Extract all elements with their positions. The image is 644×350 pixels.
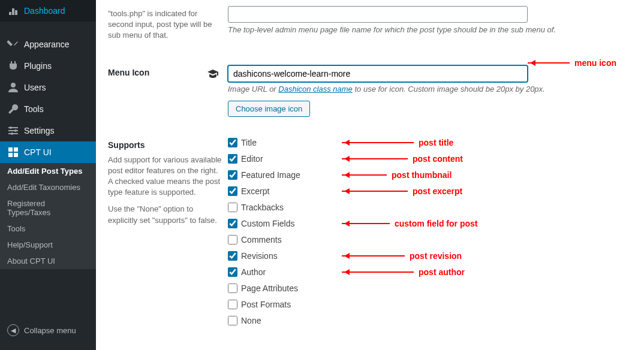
support-label: Excerpt — [241, 186, 269, 196]
sidebar-label: Users — [24, 83, 46, 92]
support-checkbox-author[interactable] — [228, 267, 237, 277]
dashboard-icon — [7, 5, 19, 17]
svg-point-4 — [10, 126, 12, 129]
support-label: Post Formats — [241, 300, 291, 309]
annotation-title: post title — [342, 138, 453, 147]
sidebar-item-dashboard[interactable]: Dashboard — [0, 0, 96, 22]
collapse-label: Collapse menu — [24, 326, 76, 335]
sidebar-item-tools[interactable]: Tools — [0, 98, 96, 120]
svg-point-6 — [11, 132, 13, 135]
sidebar-label: Appearance — [24, 40, 70, 49]
submenu-tools[interactable]: Tools — [0, 221, 96, 237]
annotation-revisions: post revision — [342, 251, 462, 261]
support-checkbox-page-attributes[interactable] — [228, 283, 237, 293]
support-checkbox-custom-fields[interactable] — [228, 219, 237, 228]
support-item-comments: Comments — [228, 235, 632, 245]
supports-desc-2: Use the "None" option to explicitly set … — [108, 204, 222, 225]
support-label: Editor — [241, 154, 263, 164]
main-content: "tools.php" is indicated for second inpu… — [96, 0, 644, 350]
cpt-ui-icon — [7, 146, 19, 158]
sidebar-item-settings[interactable]: Settings — [0, 120, 96, 141]
cpt-ui-submenu: Add/Edit Post Types Add/Edit Taxonomies … — [0, 163, 96, 269]
sidebar-label: Dashboard — [24, 6, 65, 16]
support-label: None — [241, 316, 261, 325]
choose-image-icon-button[interactable]: Choose image icon — [228, 101, 310, 117]
parent-menu-help: The top-level admin menu page file name … — [228, 25, 632, 34]
support-label: Custom Fields — [241, 219, 294, 228]
svg-point-5 — [14, 129, 17, 132]
sidebar-label: CPT UI — [24, 147, 52, 157]
support-item-featured-image: Featured Imagepost thumbnail — [228, 170, 632, 180]
parent-menu-desc: "tools.php" is indicated for second inpu… — [108, 9, 212, 40]
support-checkbox-title[interactable] — [228, 138, 237, 147]
admin-sidebar: Dashboard Appearance Plugins Users Tools… — [0, 0, 96, 350]
submenu-add-edit-taxonomies[interactable]: Add/Edit Taxonomies — [0, 179, 96, 195]
supports-label: Supports — [108, 140, 222, 150]
annotation-author: post author — [342, 267, 465, 277]
sidebar-item-cpt-ui[interactable]: CPT UI — [0, 141, 96, 163]
support-label: Featured Image — [241, 170, 300, 180]
svg-rect-8 — [14, 147, 18, 152]
support-label: Comments — [241, 235, 282, 245]
appearance-icon — [7, 38, 19, 50]
row-supports: Supports Add support for various availab… — [108, 132, 632, 338]
svg-rect-10 — [14, 153, 18, 157]
support-item-editor: Editorpost content — [228, 154, 632, 164]
support-item-custom-fields: Custom Fieldscustom field for post — [228, 219, 632, 228]
settings-icon — [7, 125, 19, 137]
support-label: Page Attributes — [241, 283, 298, 293]
support-item-title: Titlepost title — [228, 138, 632, 147]
support-checkbox-none[interactable] — [228, 316, 237, 325]
sidebar-item-appearance[interactable]: Appearance — [0, 34, 96, 55]
graduation-cap-icon — [207, 68, 219, 80]
collapse-menu[interactable]: ◀ Collapse menu — [0, 319, 96, 341]
tools-icon — [7, 103, 19, 115]
support-label: Trackbacks — [241, 203, 284, 212]
support-label: Revisions — [241, 251, 278, 261]
support-item-trackbacks: Trackbacks — [228, 203, 632, 212]
dashicon-link[interactable]: Dashicon class name — [278, 85, 353, 93]
support-checkbox-revisions[interactable] — [228, 251, 237, 261]
row-parent-menu: "tools.php" is indicated for second inpu… — [108, 0, 632, 47]
support-checkbox-editor[interactable] — [228, 154, 237, 164]
support-label: Title — [241, 138, 257, 147]
supports-list: Titlepost titleEditorpost contentFeature… — [228, 138, 632, 325]
annotation-excerpt: post excerpt — [342, 186, 462, 196]
row-menu-icon: Menu Icon Image URL or Dashicon class na… — [108, 59, 632, 123]
submenu-about-cpt-ui[interactable]: About CPT UI — [0, 253, 96, 269]
svg-rect-9 — [8, 153, 13, 157]
sidebar-item-users[interactable]: Users — [0, 77, 96, 98]
menu-icon-help: Image URL or Dashicon class name to use … — [228, 85, 632, 93]
menu-icon-label: Menu Icon — [108, 68, 222, 77]
support-item-revisions: Revisionspost revision — [228, 251, 632, 261]
parent-menu-input[interactable] — [228, 6, 528, 23]
svg-point-0 — [11, 83, 16, 88]
support-checkbox-featured-image[interactable] — [228, 170, 237, 180]
sidebar-item-plugins[interactable]: Plugins — [0, 55, 96, 77]
svg-rect-7 — [8, 147, 13, 152]
submenu-add-edit-post-types[interactable]: Add/Edit Post Types — [0, 163, 96, 179]
submenu-help-support[interactable]: Help/Support — [0, 237, 96, 253]
support-checkbox-comments[interactable] — [228, 235, 237, 245]
support-item-author: Authorpost author — [228, 267, 632, 277]
support-checkbox-post-formats[interactable] — [228, 300, 237, 309]
sidebar-label: Plugins — [24, 61, 52, 71]
plugins-icon — [7, 60, 19, 72]
support-item-none: None — [228, 316, 632, 325]
menu-icon-input[interactable] — [228, 65, 528, 82]
sidebar-label: Tools — [24, 104, 44, 114]
support-item-post-formats: Post Formats — [228, 300, 632, 309]
support-item-page-attributes: Page Attributes — [228, 283, 632, 293]
support-checkbox-trackbacks[interactable] — [228, 203, 237, 212]
annotation-custom_fields: custom field for post — [342, 219, 477, 228]
collapse-icon: ◀ — [7, 324, 19, 336]
annotation-featured: post thumbnail — [342, 170, 452, 180]
support-label: Author — [241, 267, 266, 277]
users-icon — [7, 82, 19, 93]
annotation-editor: post content — [342, 154, 463, 164]
supports-desc-1: Add support for various available post e… — [108, 155, 222, 198]
submenu-registered-types[interactable]: Registered Types/Taxes — [0, 195, 96, 221]
sidebar-label: Settings — [24, 126, 55, 135]
support-item-excerpt: Excerptpost excerpt — [228, 186, 632, 196]
support-checkbox-excerpt[interactable] — [228, 186, 237, 196]
